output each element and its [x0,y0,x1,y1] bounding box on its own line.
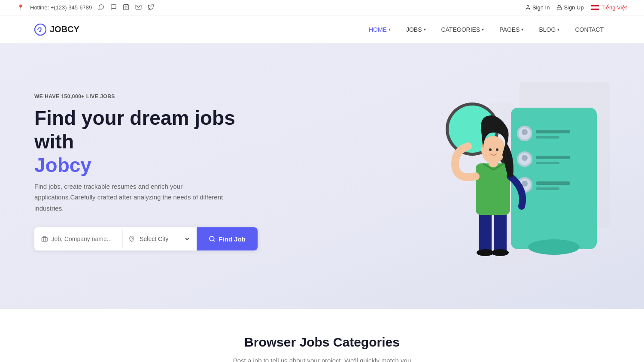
svg-rect-29 [479,211,492,253]
svg-point-36 [489,148,492,151]
city-dropdown[interactable]: Select City New York London Paris Tokyo [138,229,190,249]
topbar-right: Sign In Sign Up Tiếng Việt [525,4,627,11]
svg-rect-33 [476,163,510,215]
svg-rect-19 [536,156,570,159]
chevron-down-icon: ▾ [521,27,523,32]
nav-item-categories[interactable]: CATEGORIES ▾ [435,23,490,36]
signup-link[interactable]: Sign Up [556,4,583,11]
briefcase-icon [41,235,48,243]
hero-illustration [412,78,610,266]
hero-section: WE HAVE 150,000+ LIVE JOBS Find your dre… [0,43,644,309]
instagram-icon[interactable] [123,4,129,12]
svg-point-4 [35,24,46,35]
svg-rect-3 [557,7,562,10]
hotline-text: Hotline: +(123) 345-6789 [30,4,92,11]
chevron-down-icon: ▾ [557,27,559,32]
nav-item-contact[interactable]: CONTACT [569,23,610,36]
svg-line-8 [213,240,215,241]
svg-rect-24 [536,181,570,185]
logo[interactable]: JOBCY [34,24,79,36]
topbar: 📍 Hotline: +(123) 345-6789 Sign In Sign … [0,0,644,15]
logo-text: JOBCY [50,24,79,34]
hero-content: WE HAVE 150,000+ LIVE JOBS Find your dre… [34,94,275,250]
svg-rect-5 [42,238,47,241]
nav-item-home[interactable]: HOME ▾ [363,23,397,36]
search-bar: Select City New York London Paris Tokyo … [34,227,258,250]
nav-item-pages[interactable]: PAGES ▾ [493,23,529,36]
svg-point-31 [477,249,494,256]
svg-point-35 [481,136,505,163]
chevron-down-icon: ▾ [389,27,391,32]
bottom-section: Browser Jobs Categories Post a job to te… [0,309,644,362]
chat-icon[interactable] [110,4,117,12]
topbar-left: 📍 Hotline: +(123) 345-6789 [17,4,154,12]
twitter-icon[interactable] [148,4,154,12]
svg-point-10 [528,239,580,255]
svg-rect-25 [536,187,559,190]
find-job-button[interactable]: Find Job [197,227,258,250]
nav-item-jobs[interactable]: JOBS ▾ [400,23,432,36]
hero-tag: WE HAVE 150,000+ LIVE JOBS [34,94,275,100]
browser-jobs-title: Browser Jobs Categories [34,335,610,350]
hero-title: Find your dream jobs with Jobcy [34,106,275,178]
flag-icon [591,5,599,10]
svg-point-6 [131,238,132,239]
location-icon [129,235,135,242]
hero-description: Find jobs, create trackable resumes and … [34,181,240,214]
navbar: JOBCY HOME ▾ JOBS ▾ CATEGORIES ▾ PAGES ▾… [0,15,644,43]
svg-rect-15 [536,136,559,139]
svg-point-32 [492,249,509,256]
job-search-field [34,229,123,248]
search-icon [209,235,216,242]
hero-svg [412,78,610,266]
svg-rect-20 [536,162,559,164]
svg-point-13 [522,129,528,135]
nav-item-blog[interactable]: BLOG ▾ [533,23,565,36]
hero-title-accent: Jobcy [34,154,91,176]
svg-rect-30 [494,211,507,253]
chevron-down-icon: ▾ [424,27,426,32]
browser-jobs-subtitle: Post a job to tell us about your project… [232,356,412,362]
signin-link[interactable]: Sign In [525,4,550,11]
city-select-field: Select City New York London Paris Tokyo [123,229,197,249]
whatsapp-icon[interactable] [98,4,104,12]
language-selector[interactable]: Tiếng Việt [591,4,627,11]
location-icon: 📍 [17,4,24,11]
logo-icon [34,24,46,36]
svg-rect-14 [536,130,570,133]
svg-rect-0 [123,4,129,10]
svg-point-2 [527,6,529,7]
mail-icon[interactable] [135,4,142,12]
job-search-input[interactable] [52,229,115,248]
chevron-down-icon: ▾ [482,27,484,32]
nav-links: HOME ▾ JOBS ▾ CATEGORIES ▾ PAGES ▾ BLOG … [363,23,610,36]
svg-point-37 [496,148,498,151]
svg-point-18 [522,155,528,161]
svg-point-7 [210,236,214,241]
